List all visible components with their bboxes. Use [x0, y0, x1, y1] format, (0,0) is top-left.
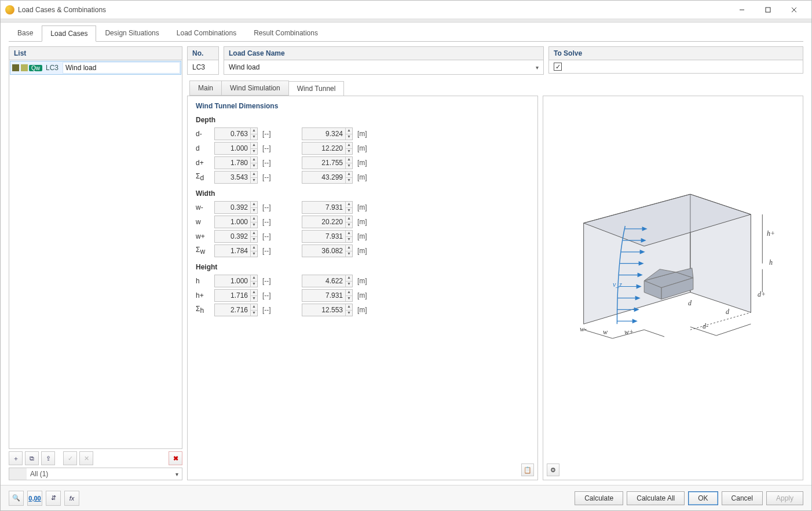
subtab-wind-simulation[interactable]: Wind Simulation: [221, 81, 289, 96]
spin-input[interactable]: 0.763▲▼: [214, 127, 258, 140]
close-button[interactable]: [781, 1, 807, 19]
tab-load-combinations[interactable]: Load Combinations: [168, 25, 245, 41]
spin-down-icon[interactable]: ▼: [345, 236, 352, 242]
dimensions-button[interactable]: ⇵: [46, 491, 61, 506]
maximize-button[interactable]: [755, 1, 781, 19]
spin-input[interactable]: 43.299▲▼: [302, 171, 353, 184]
tab-design-situations[interactable]: Design Situations: [96, 25, 167, 41]
subtab-wind-tunnel[interactable]: Wind Tunnel: [288, 81, 345, 96]
spin-down-icon[interactable]: ▼: [345, 207, 352, 213]
spin-down-icon[interactable]: ▼: [250, 163, 257, 169]
spin-input[interactable]: 1.784▲▼: [214, 244, 258, 257]
clipboard-button[interactable]: 📋: [521, 463, 534, 476]
solve-checkbox[interactable]: ✓: [554, 63, 562, 71]
spin-up-icon[interactable]: ▲: [345, 143, 352, 148]
spin-down-icon[interactable]: ▼: [345, 148, 352, 154]
search-button[interactable]: 🔍: [9, 491, 24, 506]
precision-button[interactable]: 0,00: [27, 491, 42, 506]
spin-up-icon[interactable]: ▲: [345, 290, 352, 295]
delete-button[interactable]: ✖: [169, 451, 182, 465]
spin-up-icon[interactable]: ▲: [250, 157, 257, 163]
spin-up-icon[interactable]: ▲: [250, 290, 257, 295]
spin-up-icon[interactable]: ▲: [250, 202, 257, 207]
list-item-name[interactable]: Wind load: [63, 62, 180, 74]
filter-select[interactable]: All (1) ▾: [9, 468, 182, 480]
spin-up-icon[interactable]: ▲: [250, 275, 257, 281]
spin-up-icon[interactable]: ▲: [345, 128, 352, 134]
spin-input[interactable]: 36.082▲▼: [302, 244, 353, 257]
spin-input[interactable]: 3.543▲▼: [214, 171, 258, 184]
spin-down-icon[interactable]: ▼: [345, 163, 352, 169]
formula-button[interactable]: fx: [64, 491, 79, 506]
spin-down-icon[interactable]: ▼: [250, 134, 257, 140]
subtab-main[interactable]: Main: [189, 81, 222, 96]
tab-result-combinations[interactable]: Result Combinations: [245, 25, 327, 41]
spin-down-icon[interactable]: ▼: [250, 310, 257, 316]
spin-down-icon[interactable]: ▼: [250, 295, 257, 301]
spin-input[interactable]: 9.324▲▼: [302, 127, 353, 140]
spin-down-icon[interactable]: ▼: [250, 251, 257, 257]
name-select[interactable]: Wind load ▾: [224, 60, 544, 75]
spin-up-icon[interactable]: ▲: [345, 304, 352, 310]
spin-input[interactable]: 12.553▲▼: [302, 304, 353, 316]
import-button[interactable]: ⇪: [41, 451, 55, 465]
spin-input[interactable]: 7.931▲▼: [302, 201, 353, 214]
spin-down-icon[interactable]: ▼: [250, 207, 257, 213]
spin-input[interactable]: 7.931▲▼: [302, 289, 353, 302]
copy-button[interactable]: ⧉: [25, 451, 39, 465]
spin-up-icon[interactable]: ▲: [345, 231, 352, 236]
uncheck-button[interactable]: ✕: [79, 451, 93, 465]
spin-input[interactable]: 1.716▲▼: [214, 289, 258, 302]
load-case-list[interactable]: Qw LC3 Wind load: [9, 60, 182, 449]
new-button[interactable]: ＋: [9, 451, 23, 465]
minimize-button[interactable]: [729, 1, 755, 19]
spin-input[interactable]: 12.220▲▼: [302, 142, 353, 155]
spin-down-icon[interactable]: ▼: [345, 251, 352, 257]
spin-up-icon[interactable]: ▲: [345, 216, 352, 222]
spin-up-icon[interactable]: ▲: [250, 143, 257, 148]
spin-input[interactable]: 1.000▲▼: [214, 216, 258, 228]
spin-input[interactable]: 7.931▲▼: [302, 230, 353, 243]
list-item[interactable]: Qw LC3 Wind load: [10, 61, 181, 75]
spin-input[interactable]: 20.220▲▼: [302, 216, 353, 228]
spin-up-icon[interactable]: ▲: [250, 304, 257, 310]
ok-button[interactable]: OK: [688, 491, 718, 505]
spin-down-icon[interactable]: ▼: [345, 222, 352, 228]
view-settings-button[interactable]: ⚙: [547, 463, 559, 476]
spin-up-icon[interactable]: ▲: [345, 275, 352, 281]
spin-up-icon[interactable]: ▲: [345, 202, 352, 207]
spin-up-icon[interactable]: ▲: [345, 157, 352, 163]
spin-down-icon[interactable]: ▼: [345, 177, 352, 183]
spin-down-icon[interactable]: ▼: [345, 281, 352, 287]
calculate-all-button[interactable]: Calculate All: [627, 491, 685, 505]
spin-up-icon[interactable]: ▲: [250, 231, 257, 236]
spin-input[interactable]: 21.755▲▼: [302, 156, 353, 169]
spin-up-icon[interactable]: ▲: [345, 171, 352, 177]
spin-input[interactable]: 1.000▲▼: [214, 142, 258, 155]
spin-up-icon[interactable]: ▲: [250, 216, 257, 222]
spin-input[interactable]: 4.622▲▼: [302, 275, 353, 287]
tab-load-cases[interactable]: Load Cases: [42, 25, 96, 42]
spin-up-icon[interactable]: ▲: [250, 171, 257, 177]
spin-down-icon[interactable]: ▼: [250, 177, 257, 183]
tab-base[interactable]: Base: [9, 25, 42, 41]
spin-up-icon[interactable]: ▲: [250, 128, 257, 134]
spin-down-icon[interactable]: ▼: [250, 148, 257, 154]
spin-up-icon[interactable]: ▲: [345, 245, 352, 251]
spin-input[interactable]: 2.716▲▼: [214, 304, 258, 316]
check-button[interactable]: ✓: [63, 451, 77, 465]
spin-down-icon[interactable]: ▼: [345, 134, 352, 140]
spin-input[interactable]: 0.392▲▼: [214, 230, 258, 243]
apply-button[interactable]: Apply: [766, 491, 803, 505]
spin-input[interactable]: 1.780▲▼: [214, 156, 258, 169]
spin-down-icon[interactable]: ▼: [345, 310, 352, 316]
spin-input[interactable]: 1.000▲▼: [214, 275, 258, 287]
spin-down-icon[interactable]: ▼: [345, 295, 352, 301]
spin-up-icon[interactable]: ▲: [250, 245, 257, 251]
spin-down-icon[interactable]: ▼: [250, 236, 257, 242]
spin-down-icon[interactable]: ▼: [250, 222, 257, 228]
spin-down-icon[interactable]: ▼: [250, 281, 257, 287]
calculate-button[interactable]: Calculate: [575, 491, 623, 505]
spin-input[interactable]: 0.392▲▼: [214, 201, 258, 214]
cancel-button[interactable]: Cancel: [722, 491, 763, 505]
